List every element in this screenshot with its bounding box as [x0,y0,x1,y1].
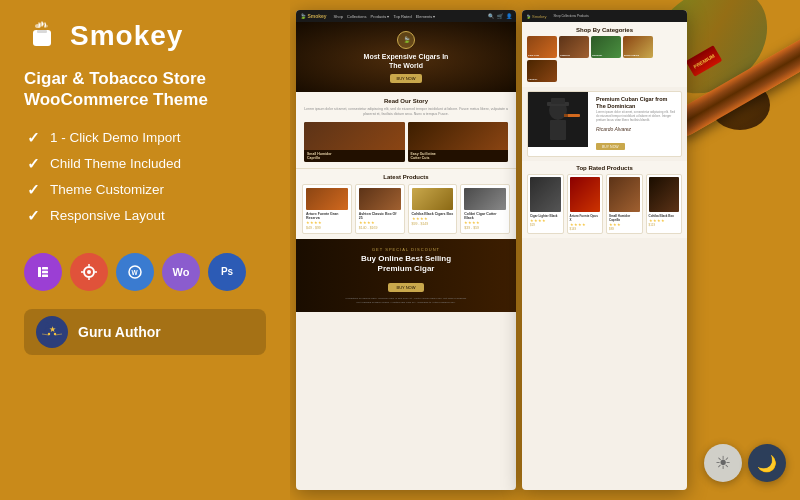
featured-buy-button[interactable]: BUY NOW [596,143,625,150]
product-card-2: Ashton Classic Box Of 25 ★★★★ $140 - $16… [355,184,405,234]
product-img-4 [464,188,506,210]
category-4: Black Cigars [623,36,653,58]
story-card-img-2 [408,122,509,150]
preview-main-page: 🍃 Smokey Shop Collections Products ▾ Top… [296,10,516,490]
hero-title: Most Expensive Cigars InThe World [364,52,449,70]
top-rated-grid: Cigar Lighter Black ★★★★ $29 Arturo Fuen… [527,174,682,234]
svg-rect-5 [38,267,41,277]
features-list: ✓ 1 - Click Demo Import ✓ Child Theme In… [24,129,266,233]
cart-nav-icon: 🛒 [497,13,503,19]
product-card-4: Colibri Cigar Cutter Black ★★★★ $39 - $5… [460,184,510,234]
top-rated-img-3 [609,177,640,212]
products-title: Latest Products [302,174,510,180]
feature-item: ✓ Child Theme Included [24,155,266,173]
preview-hero: 🍃 Most Expensive Cigars InThe World BUY … [296,22,516,92]
top-rated-card-4: Cohiba Black Box ★★★★ $119 [646,174,683,234]
svg-rect-23 [551,98,565,104]
theme-toggles: ☀ 🌙 [704,444,786,482]
top-rated-img-1 [530,177,561,212]
check-icon: ✓ [24,181,42,199]
category-5: Ashtray [527,60,557,82]
story-card-img-1 [304,122,405,150]
svg-rect-26 [564,114,568,117]
brand-icon [24,18,60,54]
check-icon: ✓ [24,207,42,225]
preview-story: Read Our Story Lorem ipsum dolor sit ame… [296,92,516,169]
category-3: Humidor [591,36,621,58]
story-card-label-1: Small HumidorCaprillo [304,150,405,162]
user-nav-icon: 👤 [506,13,512,19]
story-card-label-2: Easy GuillotineCutter Cuts [408,150,509,162]
dark-theme-toggle[interactable]: 🌙 [748,444,786,482]
woocommerce-badge: Wo [162,253,200,291]
photoshop-badge: Ps [208,253,246,291]
preview-cta: GET SPECIAL DISCOUNT Buy Online Best Sel… [296,239,516,312]
featured-img [528,92,588,147]
light-theme-toggle[interactable]: ☀ [704,444,742,482]
cta-title: Buy Online Best SellingPremium Cigar [304,254,508,273]
feature-item: ✓ Responsive Layout [24,207,266,225]
wordpress-badge: W [116,253,154,291]
plugin-icons: W Wo Ps [24,253,266,291]
preview-secondary-nav: 🍃 Smokey Shop Collections Products [522,10,687,22]
top-rated-card-3: Small Humidor Caprillo ★★★ $89 [606,174,643,234]
preview-featured: Premium Cuban Cigar fromThe Dominican Lo… [527,91,682,157]
preview-secondary-page: 🍃 Smokey Shop Collections Products Shop … [522,10,687,490]
preview-top-rated: Top Rated Products Cigar Lighter Black ★… [522,161,687,238]
top-rated-card-1: Cigar Lighter Black ★★★★ $29 [527,174,564,234]
categories-title: Shop By Categories [527,27,682,33]
svg-rect-8 [42,274,48,277]
check-icon: ✓ [24,155,42,173]
svg-rect-7 [42,270,48,273]
product-img-3 [412,188,454,210]
hero-cta-button[interactable]: BUY NOW [390,74,421,83]
top-rated-card-2: Arturo Fuente Opus X ★★★★ $149 [567,174,604,234]
preview-nav: 🍃 Smokey Shop Collections Products ▾ Top… [296,10,516,22]
guru-icon: ★ [36,316,68,348]
check-icon: ✓ [24,129,42,147]
cta-subtitle: GET SPECIAL DISCOUNT [304,247,508,252]
author-label: Guru Author [78,324,161,340]
left-panel: Smokey Cigar & Tobacco Store WooCommerce… [0,0,290,500]
feature-item: ✓ 1 - Click Demo Import [24,129,266,147]
featured-text: Lorem ipsum dolor sit amet, consectetur … [596,111,677,123]
featured-signature: Ricardo Alvarez [596,126,677,132]
category-1: Pipe Leaf [527,36,557,58]
preview-nav-links: Shop Collections Products ▾ Top Rated El… [334,14,436,19]
product-img-2 [359,188,401,210]
tagline: Cigar & Tobacco Store WooCommerce Theme [24,68,266,111]
hero-brand-icon: 🍃 [397,31,415,49]
preview-nav-icons: 🔍 🛒 👤 [488,13,512,19]
story-card-1: Small HumidorCaprillo [304,122,405,162]
preview-categories: Shop By Categories Pipe Leaf Cigarillo H… [522,22,687,87]
product-card-3: Cohiba Black Cigars Box ★★★★ $99 - $149 [408,184,458,234]
feature-item: ✓ Theme Customizer [24,181,266,199]
elementor-badge [24,253,62,291]
brand-name: Smokey [70,20,183,52]
cta-fine-print: *Conditions on Special Offer. Minimum or… [304,297,508,304]
right-panel: PREMIUM 🍃 Smokey Shop Collections Produc… [290,0,800,500]
svg-rect-4 [37,30,47,33]
top-rated-img-2 [570,177,601,212]
preview-nav-logo: 🍃 Smokey [300,13,327,19]
category-2: Cigarillo [559,36,589,58]
story-cards: Small HumidorCaprillo Easy GuillotineCut… [304,122,508,162]
svg-rect-24 [550,120,566,140]
product-img-1 [306,188,348,210]
cta-button[interactable]: BUY NOW [388,283,423,292]
svg-text:★: ★ [49,325,56,334]
product-card-1: Arturo Fuente Gran Reserva ★★★★ $49 - $9… [302,184,352,234]
products-grid: Arturo Fuente Gran Reserva ★★★★ $49 - $9… [302,184,510,234]
story-card-2: Easy GuillotineCutter Cuts [408,122,509,162]
preview-products: Latest Products Arturo Fuente Gran Reser… [296,169,516,239]
svg-rect-6 [42,267,48,270]
website-preview-container: 🍃 Smokey Shop Collections Products ▾ Top… [290,0,800,500]
author-row: ★ Guru Author [24,309,266,355]
story-text: Lorem ipsum dolor sit amet, consectetur … [304,107,508,117]
search-nav-icon: 🔍 [488,13,494,19]
categories-grid: Pipe Leaf Cigarillo Humidor Black Cigars… [527,36,682,82]
svg-point-9 [87,270,91,274]
top-rated-img-4 [649,177,680,212]
featured-content: Premium Cuban Cigar fromThe Dominican Lo… [592,92,681,156]
customizer-badge [70,253,108,291]
